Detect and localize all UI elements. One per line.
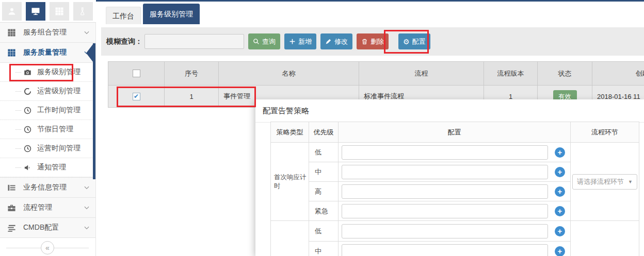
tab-bar: 工作台 服务级别管理 bbox=[96, 2, 644, 24]
clock-icon bbox=[24, 126, 31, 133]
sidebar-item-label: 运营级别管理 bbox=[37, 87, 81, 96]
config-input-medium[interactable] bbox=[342, 165, 548, 179]
search-label: 模糊查询： bbox=[106, 37, 142, 46]
table-header-row: 序号 名称 流程 流程版本 状态 创建时间 bbox=[108, 62, 644, 86]
config-button[interactable]: ⚙ 配置 bbox=[398, 33, 430, 49]
collapse-sidebar-button[interactable]: « bbox=[41, 241, 54, 254]
column-header: 优先级 bbox=[309, 122, 339, 143]
add-config-button[interactable]: + bbox=[555, 167, 565, 177]
toolbar: 模糊查询： 查询 新增 修改 删除 ⚙ 配置 bbox=[101, 27, 644, 56]
column-header: 配置 bbox=[339, 122, 571, 143]
add-button[interactable]: 新增 bbox=[284, 33, 316, 49]
add-config-button[interactable]: + bbox=[555, 246, 565, 256]
chevron-down-icon bbox=[83, 184, 90, 191]
select-all-checkbox[interactable] bbox=[133, 70, 140, 77]
config-input-high[interactable] bbox=[342, 184, 548, 199]
add-config-button[interactable]: + bbox=[555, 226, 565, 236]
sidebar-item-label: 服务级别管理 bbox=[37, 67, 81, 77]
tab-service-level[interactable]: 服务级别管理 bbox=[143, 4, 200, 24]
modal-title: 配置告警策略 bbox=[255, 99, 644, 116]
sidebar-item-service-level[interactable]: 服务级别管理 bbox=[0, 63, 95, 82]
sidebar-item-notification[interactable]: 通知管理 bbox=[0, 158, 95, 177]
sidebar-item-label: CMDB配置 bbox=[23, 223, 59, 232]
add-config-button[interactable]: + bbox=[555, 206, 565, 216]
broken-circle-icon bbox=[24, 88, 31, 95]
sidebar-item-label: 通知管理 bbox=[37, 163, 66, 172]
grid-icon bbox=[7, 48, 16, 57]
sidebar-item-label: 业务信息管理 bbox=[23, 183, 67, 192]
query-button[interactable]: 查询 bbox=[248, 33, 280, 49]
plus-icon: + bbox=[558, 187, 562, 195]
column-header: 名称 bbox=[219, 62, 359, 86]
sidebar-item-business-info[interactable]: 业务信息管理 bbox=[0, 178, 95, 198]
sidebar-item-label: 工作时间管理 bbox=[37, 106, 81, 115]
process-stage-cell bbox=[571, 221, 639, 256]
priority-label: 高 bbox=[309, 182, 339, 201]
collapse-icon: « bbox=[45, 244, 50, 252]
grid-icon bbox=[7, 28, 16, 37]
search-input[interactable] bbox=[144, 34, 244, 49]
sidebar: 服务组合管理 服务质量管理 服务级别管理 运营级别管理 bbox=[0, 23, 96, 256]
sidebar-item-service-portfolio[interactable]: 服务组合管理 bbox=[0, 23, 95, 43]
active-section-arrow bbox=[86, 44, 93, 62]
sidebar-item-work-time[interactable]: 工作时间管理 bbox=[0, 101, 95, 120]
sidebar-item-process-mgmt[interactable]: 流程管理 bbox=[0, 198, 95, 218]
list-icon bbox=[7, 183, 16, 192]
sidebar-item-label: 流程管理 bbox=[23, 203, 52, 212]
tab-workbench[interactable]: 工作台 bbox=[106, 7, 141, 24]
monitor-icon-button[interactable] bbox=[26, 2, 45, 21]
priority-label: 紧急 bbox=[309, 201, 339, 221]
sidebar-item-label: 服务质量管理 bbox=[23, 48, 67, 57]
speaker-icon bbox=[24, 164, 31, 172]
edit-button[interactable]: 修改 bbox=[320, 33, 352, 49]
pencil-icon bbox=[325, 38, 332, 45]
policy-type-cell: 首次响应计时 bbox=[271, 143, 309, 221]
button-label: 新增 bbox=[298, 37, 312, 46]
tab-label: 工作台 bbox=[112, 12, 134, 20]
priority-label: 低 bbox=[309, 143, 339, 162]
config-cell: + bbox=[339, 201, 571, 221]
config-input-low[interactable] bbox=[342, 145, 548, 160]
header-checkbox-cell bbox=[108, 62, 165, 86]
plus-icon: + bbox=[558, 148, 562, 156]
plus-icon bbox=[289, 38, 296, 45]
user-icon-button[interactable] bbox=[2, 2, 22, 21]
process-stage-select[interactable]: 请选择流程环节 ▼ bbox=[572, 174, 637, 190]
add-config-button[interactable]: + bbox=[555, 186, 565, 197]
policy-type-cell bbox=[271, 221, 309, 256]
flask-icon-button[interactable] bbox=[73, 2, 93, 21]
row-checkbox[interactable]: ✔ bbox=[133, 93, 140, 100]
config-cell: + bbox=[339, 162, 571, 182]
column-header: 流程 bbox=[359, 62, 484, 86]
sidebar-item-label: 服务组合管理 bbox=[23, 28, 67, 37]
clock-icon bbox=[24, 145, 31, 152]
config-input-low-2[interactable] bbox=[342, 224, 548, 238]
chevron-down-icon bbox=[83, 224, 90, 231]
sidebar-item-operation-level[interactable]: 运营级别管理 bbox=[0, 82, 95, 101]
sidebar-item-holiday[interactable]: 节假日管理 bbox=[0, 120, 95, 139]
select-placeholder: 请选择流程环节 bbox=[577, 177, 624, 186]
column-header: 序号 bbox=[165, 62, 219, 86]
delete-button[interactable]: 删除 bbox=[357, 33, 389, 49]
column-header: 状态 bbox=[538, 62, 592, 86]
priority-label: 中 bbox=[309, 242, 339, 256]
button-label: 修改 bbox=[334, 37, 348, 46]
column-header: 流程环节 bbox=[571, 122, 639, 143]
briefcase-icon bbox=[7, 203, 16, 212]
sidebar-item-cmdb-config[interactable]: CMDB配置 bbox=[0, 218, 95, 238]
flask-icon bbox=[78, 7, 88, 16]
search-icon bbox=[253, 38, 260, 45]
sidebar-item-service-quality[interactable]: 服务质量管理 bbox=[0, 43, 95, 63]
camera-icon bbox=[24, 69, 31, 76]
config-input-medium-2[interactable] bbox=[342, 244, 548, 256]
app-grid-icon-button[interactable] bbox=[50, 2, 69, 21]
sidebar-item-label: 运营时间管理 bbox=[37, 144, 81, 153]
quick-icon-bar bbox=[0, 0, 96, 23]
config-input-urgent[interactable] bbox=[342, 204, 548, 218]
priority-label: 中 bbox=[309, 162, 339, 182]
sidebar-item-operation-time[interactable]: 运营时间管理 bbox=[0, 139, 95, 158]
plus-icon: + bbox=[558, 227, 562, 235]
add-config-button[interactable]: + bbox=[555, 147, 565, 158]
check-icon: ✔ bbox=[134, 93, 139, 100]
plus-icon: + bbox=[558, 247, 562, 255]
